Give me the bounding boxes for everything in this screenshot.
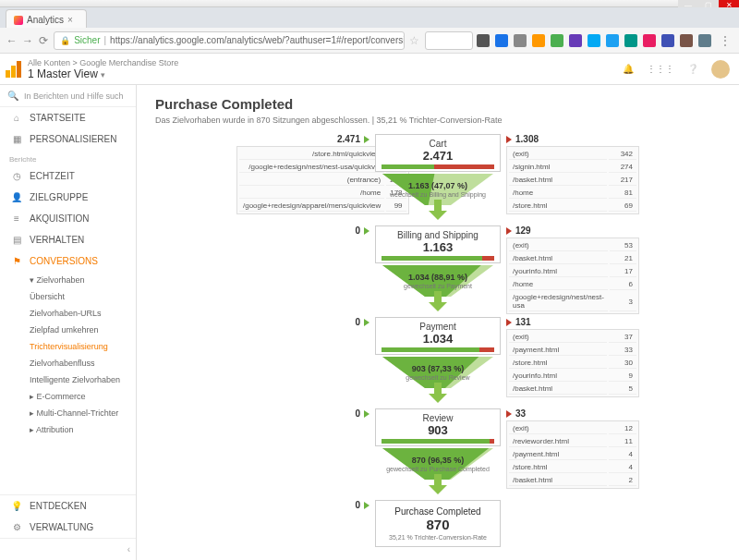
sidebar-item-conversions[interactable]: ⚑CONVERSIONS <box>0 250 136 272</box>
extension-icon[interactable] <box>698 34 711 47</box>
funnel-step-box: Cart 2.471 <box>375 134 501 172</box>
subnav-overview[interactable]: Übersicht <box>15 288 136 305</box>
funnel-step-value: 1.034 <box>382 332 494 346</box>
funnel-in-column: 0 <box>236 500 375 512</box>
avatar[interactable] <box>711 60 730 79</box>
svg-rect-1 <box>11 66 16 78</box>
sidebar: 🔍 In Berichten und Hilfe such ⌂STARTSEIT… <box>0 85 137 560</box>
sidebar-item-discover[interactable]: 💡ENTDECKEN <box>0 495 136 517</box>
apps-icon[interactable]: ⋮⋮⋮ <box>647 64 674 74</box>
table-row: /payment.html4 <box>509 449 636 460</box>
sidebar-item-realtime[interactable]: ◷ECHTZEIT <box>0 165 136 187</box>
page-title: Purchase Completed <box>155 96 721 112</box>
subnav-urls[interactable]: Zielvorhaben-URLs <box>15 305 136 322</box>
arrow-in-icon <box>364 502 370 509</box>
behavior-icon: ▤ <box>11 235 22 245</box>
funnel-step-box: Review 903 <box>375 408 501 446</box>
funnel-step: Cart 2.471 1.163 (47,07 %) weechselt zu … <box>375 134 501 225</box>
arrow-out-icon <box>506 136 512 143</box>
table-row: (exit)37 <box>509 332 636 343</box>
funnel-step: Billing and Shipping 1.163 1.034 (88,91 … <box>375 225 501 317</box>
table-row: /yourinfo.html17 <box>509 266 636 277</box>
browser-menu-button[interactable]: ⋮ <box>717 32 733 49</box>
back-button[interactable]: ← <box>6 32 18 49</box>
extension-icon[interactable] <box>661 34 674 47</box>
funnel-in-count: 0 <box>236 317 370 327</box>
svg-marker-6 <box>429 211 447 220</box>
table-row: (exit)342 <box>509 149 636 160</box>
table-row: (exit)12 <box>509 423 636 434</box>
extension-icon[interactable] <box>643 34 656 47</box>
funnel-side-table: (exit)12/revieworder.html11/payment.html… <box>506 420 639 489</box>
funnel-step-bar <box>382 439 494 444</box>
ga-header: Alle Konten > Google Merchandise Store 1… <box>0 54 739 85</box>
funnel-final-value: 870 <box>385 517 491 532</box>
table-row: /home81 <box>509 188 636 199</box>
search-placeholder: In Berichten und Hilfe such <box>24 91 124 101</box>
sidebar-search[interactable]: 🔍 In Berichten und Hilfe such <box>0 85 136 107</box>
browser-search-box[interactable] <box>425 31 474 50</box>
subnav-goal-flow[interactable]: Zielvorhabenfluss <box>15 355 136 371</box>
acquisition-icon: ≡ <box>11 213 22 224</box>
funnel-out-count: 1.308 <box>506 134 639 144</box>
sidebar-item-acquisition[interactable]: ≡AKQUISITION <box>0 208 136 229</box>
address-bar[interactable]: 🔒 Sicher | https://analytics.google.com/… <box>54 31 405 50</box>
extension-icon[interactable] <box>551 34 563 47</box>
notifications-icon[interactable]: 🔔 <box>623 64 634 74</box>
star-icon[interactable]: ☆ <box>408 32 420 49</box>
forward-button[interactable]: → <box>21 32 33 49</box>
view-selector[interactable]: 1 Master View ▾ <box>28 67 178 80</box>
extension-icon[interactable] <box>495 34 508 47</box>
funnel-step-value: 903 <box>382 423 494 437</box>
sidebar-item-audience[interactable]: 👤ZIELGRUPPE <box>0 187 136 208</box>
funnel-in-column: 0 <box>236 408 375 420</box>
bulb-icon: 💡 <box>11 501 22 511</box>
favicon-icon <box>14 16 23 25</box>
reload-button[interactable]: ⟳ <box>38 32 50 49</box>
arrow-in-icon <box>364 410 370 418</box>
extension-icon[interactable] <box>680 34 693 47</box>
svg-marker-10 <box>429 302 447 311</box>
subnav-funnel-viz[interactable]: Trichtervisualisierung <box>15 338 136 355</box>
table-row: /home6 <box>509 279 636 290</box>
table-row: /basket.html2 <box>509 475 636 486</box>
table-row: /basket.html5 <box>509 383 636 395</box>
subnav-reverse[interactable]: Zielpfad umkehren <box>15 322 136 338</box>
extension-icon[interactable] <box>532 34 545 47</box>
svg-rect-9 <box>434 291 442 302</box>
extension-icon[interactable] <box>624 34 637 47</box>
down-arrow-icon <box>426 291 450 311</box>
person-icon: 👤 <box>11 192 22 202</box>
sidebar-item-personalize[interactable]: ▦PERSONALISIEREN <box>0 128 136 150</box>
down-arrow-icon <box>426 383 450 403</box>
sidebar-item-home[interactable]: ⌂STARTSEITE <box>0 107 136 128</box>
browser-tab-strip: Analytics × <box>0 7 739 28</box>
sidebar-item-behavior[interactable]: ▤VERHALTEN <box>0 229 136 250</box>
subnav-smart-goals[interactable]: Intelligente Zielvorhaben <box>15 371 136 388</box>
funnel-out-column: 129 (exit)53/basket.html21/yourinfo.html… <box>501 225 639 314</box>
funnel-in-column: 0 <box>236 317 375 329</box>
close-tab-icon[interactable]: × <box>67 15 73 25</box>
subnav-multichannel[interactable]: ▸ Multi-Channel-Trichter <box>15 405 136 421</box>
funnel-continue-sublabel: gewechselt zu Review <box>375 374 501 381</box>
breadcrumb[interactable]: Alle Konten > Google Merchandise Store <box>28 58 178 67</box>
arrow-out-icon <box>506 410 512 418</box>
browser-tab-analytics[interactable]: Analytics × <box>6 9 87 28</box>
subnav-goals[interactable]: ▾ Zielvorhaben <box>15 272 136 288</box>
extension-icon[interactable] <box>477 34 490 47</box>
subnav-attribution[interactable]: ▸ Attribution <box>15 421 136 438</box>
extension-icon[interactable] <box>514 34 527 47</box>
svg-rect-5 <box>434 200 442 211</box>
subnav-ecommerce[interactable]: ▸ E-Commerce <box>15 388 136 405</box>
help-icon[interactable]: ❔ <box>687 64 698 74</box>
table-row: /basket.html21 <box>509 253 636 264</box>
sidebar-collapse-button[interactable]: ‹ <box>0 538 136 560</box>
extension-icon[interactable] <box>588 34 600 47</box>
extension-icon[interactable] <box>569 34 582 47</box>
funnel-step-bar <box>382 347 494 352</box>
sidebar-item-admin[interactable]: ⚙VERWALTUNG <box>0 517 136 538</box>
down-arrow-icon <box>426 474 450 494</box>
extension-icon[interactable] <box>606 34 619 47</box>
funnel-continue-label: 1.034 (88,91 %) <box>375 273 501 282</box>
funnel-step-name: Review <box>382 413 494 423</box>
